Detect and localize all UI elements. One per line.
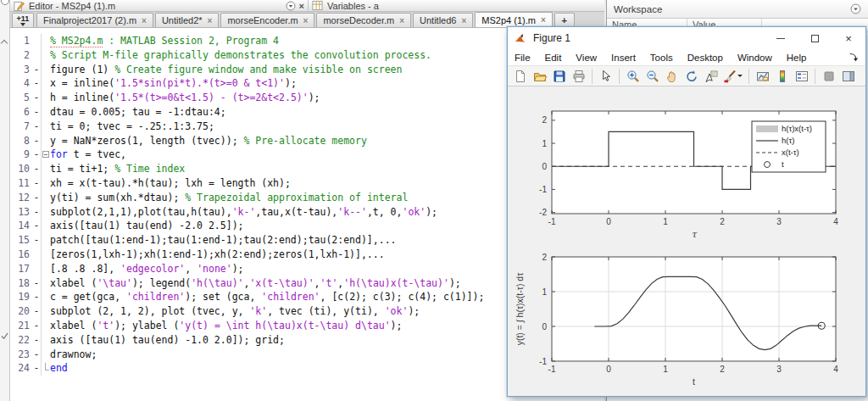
zoom-in-button[interactable] (624, 68, 642, 85)
workspace-actions-icon[interactable] (850, 3, 861, 14)
fold-gutter[interactable] (41, 105, 50, 120)
hide-plot-tools-button[interactable] (820, 68, 837, 85)
editor-tab[interactable]: morseEncoder.m× (220, 13, 314, 27)
executable-marker[interactable]: - (32, 333, 41, 348)
print-figure-button[interactable] (570, 68, 587, 85)
new-figure-button[interactable] (511, 68, 529, 85)
tab-close-icon[interactable]: × (461, 17, 466, 25)
fold-gutter[interactable] (41, 162, 50, 176)
close-button[interactable]: × (832, 27, 865, 49)
editor-tab[interactable]: Untitled2*× (155, 13, 220, 27)
fold-gutter[interactable] (41, 319, 50, 333)
executable-marker[interactable]: - (32, 219, 41, 233)
fold-gutter[interactable] (41, 48, 50, 63)
editor-titlebar: Editor - MS2p4 (1).m × (10, 0, 309, 12)
figure-titlebar[interactable]: Figure 1 × (508, 27, 865, 49)
fold-gutter[interactable] (41, 219, 50, 233)
maximize-button[interactable] (798, 27, 832, 49)
fold-gutter[interactable] (41, 176, 50, 191)
executable-marker[interactable] (32, 48, 41, 63)
save-figure-button[interactable] (550, 68, 568, 85)
executable-marker[interactable]: - (32, 105, 41, 120)
editor-tab[interactable]: Finalproject2017 (2).m× (36, 13, 153, 27)
pan-tool-button[interactable] (663, 68, 681, 85)
tab-close-icon[interactable]: × (541, 16, 546, 24)
insert-colorbar-button[interactable] (773, 68, 791, 85)
fold-gutter[interactable] (41, 148, 50, 162)
executable-marker[interactable]: - (32, 276, 41, 291)
executable-marker[interactable]: - (32, 76, 41, 91)
executable-marker[interactable]: - (32, 63, 41, 77)
panel-actions-icon[interactable] (286, 1, 296, 11)
fold-gutter[interactable] (41, 76, 50, 91)
tab-label: Untitled2* (162, 15, 203, 25)
executable-marker[interactable]: - (32, 91, 41, 105)
fold-gutter[interactable] (41, 233, 50, 248)
executable-marker[interactable]: - (32, 205, 41, 220)
fold-gutter[interactable] (41, 290, 50, 304)
editor-tab[interactable]: Untitled6× (413, 13, 473, 27)
fold-gutter[interactable] (41, 361, 50, 376)
menu-window[interactable]: Window (737, 53, 772, 63)
new-tab-button[interactable]: + (554, 13, 575, 27)
executable-marker[interactable]: - (32, 134, 41, 148)
tab-close-icon[interactable]: × (208, 17, 213, 25)
fold-gutter[interactable] (41, 134, 50, 148)
executable-marker[interactable]: - (32, 191, 41, 205)
dock-figure-icon[interactable] (849, 52, 859, 64)
show-plot-tools-button[interactable] (839, 68, 857, 85)
brush-data-button[interactable] (721, 68, 744, 85)
zoom-out-button[interactable] (643, 68, 661, 85)
fold-gutter[interactable] (41, 333, 50, 348)
executable-marker[interactable]: - (32, 304, 41, 319)
link-plot-button[interactable] (754, 68, 771, 85)
insert-legend-button[interactable] (793, 68, 810, 85)
minimize-button[interactable] (764, 27, 798, 49)
fold-gutter[interactable] (41, 262, 50, 276)
fold-gutter[interactable] (41, 34, 50, 48)
fold-gutter[interactable] (41, 191, 50, 205)
editor-tab[interactable]: morseDecoder.m× (316, 13, 411, 27)
tab-close-icon[interactable]: × (399, 17, 404, 25)
menu-view[interactable]: View (576, 53, 597, 63)
executable-marker[interactable]: - (32, 290, 41, 304)
menu-file[interactable]: File (515, 53, 531, 63)
tab-close-icon[interactable]: × (142, 17, 147, 25)
fold-gutter[interactable] (41, 248, 50, 262)
executable-marker[interactable]: - (32, 120, 41, 134)
menu-edit[interactable]: Edit (545, 53, 562, 63)
executable-marker[interactable]: - (32, 348, 41, 362)
executable-marker[interactable]: - (32, 148, 41, 162)
editor-tab[interactable]: MS2p4 (1).m× (475, 12, 552, 27)
data-cursor-button[interactable] (702, 68, 720, 85)
panel-menu-icon[interactable] (1, 0, 9, 5)
menu-tools[interactable]: Tools (650, 53, 673, 63)
editor-close-icon[interactable]: × (299, 2, 304, 10)
executable-marker[interactable]: - (32, 319, 41, 333)
fold-gutter[interactable] (41, 120, 50, 134)
tab-close-icon[interactable]: × (303, 17, 309, 25)
scroll-up-icon[interactable] (1, 40, 8, 47)
menu-desktop[interactable]: Desktop (687, 53, 723, 63)
fold-gutter[interactable] (41, 205, 50, 220)
fold-gutter[interactable] (41, 91, 50, 105)
executable-marker[interactable]: - (32, 176, 41, 191)
executable-marker[interactable] (32, 262, 41, 276)
pointer-tool-button[interactable] (597, 68, 615, 85)
rotate-3d-button[interactable] (682, 68, 700, 85)
executable-marker[interactable]: - (32, 233, 41, 248)
line-number: 19 (10, 290, 32, 304)
menu-insert[interactable]: Insert (611, 53, 636, 63)
fold-gutter[interactable] (41, 304, 50, 319)
tab-overflow-button[interactable]: +11 (12, 13, 34, 27)
fold-gutter[interactable] (41, 276, 50, 291)
open-file-button[interactable] (531, 68, 548, 85)
figure-canvas[interactable]: -101234-2-1012τh(τ)x(t-τ)h(τ)x(t-τ)t-101… (508, 86, 865, 396)
fold-gutter[interactable] (41, 348, 50, 362)
executable-marker[interactable] (32, 248, 41, 262)
executable-marker[interactable]: - (32, 361, 41, 376)
fold-gutter[interactable] (41, 63, 50, 77)
executable-marker[interactable] (32, 34, 41, 48)
executable-marker[interactable]: - (32, 162, 41, 176)
menu-help[interactable]: Help (787, 53, 807, 63)
